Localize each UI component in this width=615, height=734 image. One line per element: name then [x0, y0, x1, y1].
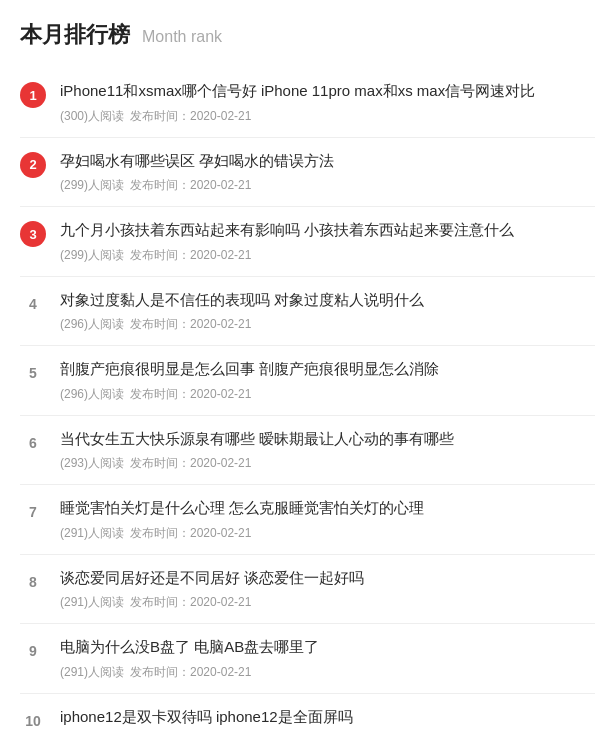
- item-reads: (299)人阅读: [60, 248, 124, 262]
- item-reads: (299)人阅读: [60, 178, 124, 192]
- item-title[interactable]: iphone12是双卡双待吗 iphone12是全面屏吗: [60, 706, 595, 729]
- item-date: 发布时间：2020-02-21: [130, 595, 251, 609]
- item-content: 九个月小孩扶着东西站起来有影响吗 小孩扶着东西站起来要注意什么(299)人阅读发…: [60, 219, 595, 264]
- rank-badge: 9: [20, 638, 46, 664]
- rank-badge: 7: [20, 499, 46, 525]
- item-date: 发布时间：2020-02-21: [130, 456, 251, 470]
- item-content: 对象过度黏人是不信任的表现吗 对象过度粘人说明什么(296)人阅读发布时间：20…: [60, 289, 595, 334]
- item-reads: (300)人阅读: [60, 109, 124, 123]
- title-zh: 本月排行榜: [20, 20, 130, 50]
- item-reads: (296)人阅读: [60, 387, 124, 401]
- item-content: 谈恋爱同居好还是不同居好 谈恋爱住一起好吗(291)人阅读发布时间：2020-0…: [60, 567, 595, 612]
- item-title[interactable]: 电脑为什么没B盘了 电脑AB盘去哪里了: [60, 636, 595, 659]
- item-date: 发布时间：2020-02-21: [130, 317, 251, 331]
- page-container: 本月排行榜 Month rank 1iPhone11和xsmax哪个信号好 iP…: [0, 0, 615, 734]
- item-meta: (291)人阅读发布时间：2020-02-21: [60, 525, 595, 542]
- rank-badge: 1: [20, 82, 46, 108]
- item-meta: (300)人阅读发布时间：2020-02-21: [60, 108, 595, 125]
- item-meta: (299)人阅读发布时间：2020-02-21: [60, 177, 595, 194]
- list-item: 8谈恋爱同居好还是不同居好 谈恋爱住一起好吗(291)人阅读发布时间：2020-…: [20, 555, 595, 625]
- item-date: 发布时间：2020-02-21: [130, 248, 251, 262]
- item-content: 孕妇喝水有哪些误区 孕妇喝水的错误方法(299)人阅读发布时间：2020-02-…: [60, 150, 595, 195]
- item-content: iphone12是双卡双待吗 iphone12是全面屏吗(291)人阅读发布时间…: [60, 706, 595, 735]
- item-title[interactable]: 剖腹产疤痕很明显是怎么回事 剖腹产疤痕很明显怎么消除: [60, 358, 595, 381]
- item-title[interactable]: iPhone11和xsmax哪个信号好 iPhone 11pro max和xs …: [60, 80, 595, 103]
- list-item: 2孕妇喝水有哪些误区 孕妇喝水的错误方法(299)人阅读发布时间：2020-02…: [20, 138, 595, 208]
- item-title[interactable]: 睡觉害怕关灯是什么心理 怎么克服睡觉害怕关灯的心理: [60, 497, 595, 520]
- item-content: 当代女生五大快乐源泉有哪些 暧昧期最让人心动的事有哪些(293)人阅读发布时间：…: [60, 428, 595, 473]
- item-title[interactable]: 九个月小孩扶着东西站起来有影响吗 小孩扶着东西站起来要注意什么: [60, 219, 595, 242]
- item-meta: (291)人阅读发布时间：2020-02-21: [60, 594, 595, 611]
- rank-list: 1iPhone11和xsmax哪个信号好 iPhone 11pro max和xs…: [20, 68, 595, 734]
- page-header: 本月排行榜 Month rank: [20, 20, 595, 50]
- item-meta: (293)人阅读发布时间：2020-02-21: [60, 455, 595, 472]
- list-item: 3九个月小孩扶着东西站起来有影响吗 小孩扶着东西站起来要注意什么(299)人阅读…: [20, 207, 595, 277]
- item-content: 电脑为什么没B盘了 电脑AB盘去哪里了(291)人阅读发布时间：2020-02-…: [60, 636, 595, 681]
- item-date: 发布时间：2020-02-21: [130, 109, 251, 123]
- item-date: 发布时间：2020-02-21: [130, 387, 251, 401]
- list-item: 10iphone12是双卡双待吗 iphone12是全面屏吗(291)人阅读发布…: [20, 694, 595, 735]
- list-item: 7睡觉害怕关灯是什么心理 怎么克服睡觉害怕关灯的心理(291)人阅读发布时间：2…: [20, 485, 595, 555]
- item-reads: (291)人阅读: [60, 595, 124, 609]
- rank-badge: 3: [20, 221, 46, 247]
- list-item: 5剖腹产疤痕很明显是怎么回事 剖腹产疤痕很明显怎么消除(296)人阅读发布时间：…: [20, 346, 595, 416]
- item-meta: (291)人阅读发布时间：2020-02-21: [60, 664, 595, 681]
- item-content: 剖腹产疤痕很明显是怎么回事 剖腹产疤痕很明显怎么消除(296)人阅读发布时间：2…: [60, 358, 595, 403]
- item-reads: (296)人阅读: [60, 317, 124, 331]
- rank-badge: 5: [20, 360, 46, 386]
- item-meta: (296)人阅读发布时间：2020-02-21: [60, 386, 595, 403]
- item-title[interactable]: 当代女生五大快乐源泉有哪些 暧昧期最让人心动的事有哪些: [60, 428, 595, 451]
- item-content: iPhone11和xsmax哪个信号好 iPhone 11pro max和xs …: [60, 80, 595, 125]
- title-en: Month rank: [142, 28, 222, 46]
- item-reads: (291)人阅读: [60, 526, 124, 540]
- item-date: 发布时间：2020-02-21: [130, 526, 251, 540]
- item-date: 发布时间：2020-02-21: [130, 665, 251, 679]
- rank-badge: 6: [20, 430, 46, 456]
- item-meta: (296)人阅读发布时间：2020-02-21: [60, 316, 595, 333]
- rank-badge: 4: [20, 291, 46, 317]
- rank-badge: 2: [20, 152, 46, 178]
- item-title[interactable]: 孕妇喝水有哪些误区 孕妇喝水的错误方法: [60, 150, 595, 173]
- list-item: 9电脑为什么没B盘了 电脑AB盘去哪里了(291)人阅读发布时间：2020-02…: [20, 624, 595, 694]
- item-title[interactable]: 谈恋爱同居好还是不同居好 谈恋爱住一起好吗: [60, 567, 595, 590]
- rank-badge: 10: [20, 708, 46, 734]
- rank-badge: 8: [20, 569, 46, 595]
- item-reads: (293)人阅读: [60, 456, 124, 470]
- item-content: 睡觉害怕关灯是什么心理 怎么克服睡觉害怕关灯的心理(291)人阅读发布时间：20…: [60, 497, 595, 542]
- item-reads: (291)人阅读: [60, 665, 124, 679]
- item-title[interactable]: 对象过度黏人是不信任的表现吗 对象过度粘人说明什么: [60, 289, 595, 312]
- item-date: 发布时间：2020-02-21: [130, 178, 251, 192]
- item-meta: (299)人阅读发布时间：2020-02-21: [60, 247, 595, 264]
- list-item: 4对象过度黏人是不信任的表现吗 对象过度粘人说明什么(296)人阅读发布时间：2…: [20, 277, 595, 347]
- list-item: 1iPhone11和xsmax哪个信号好 iPhone 11pro max和xs…: [20, 68, 595, 138]
- list-item: 6当代女生五大快乐源泉有哪些 暧昧期最让人心动的事有哪些(293)人阅读发布时间…: [20, 416, 595, 486]
